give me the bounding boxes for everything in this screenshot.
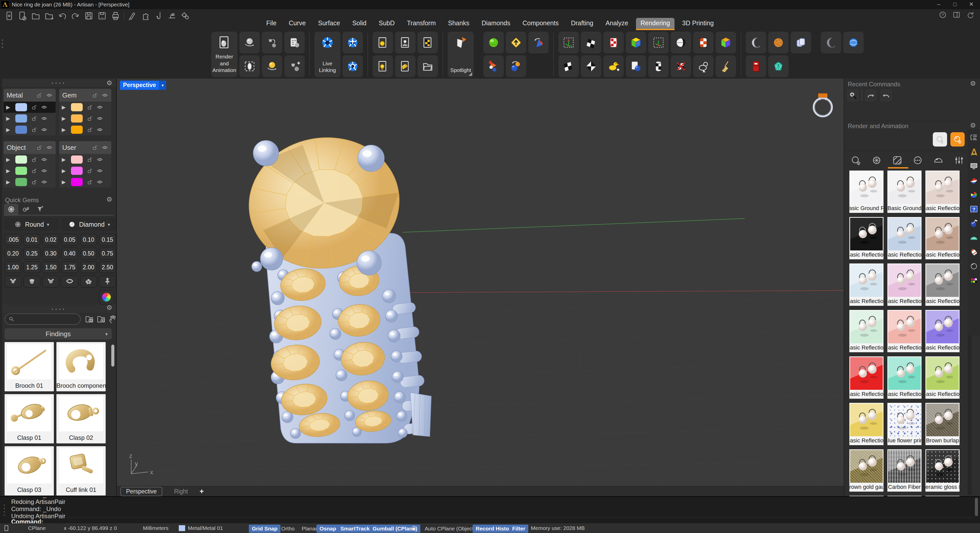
- display-icon[interactable]: [969, 161, 979, 171]
- axes-select-icon[interactable]: [558, 32, 579, 53]
- help-circle-icon[interactable]: ?: [938, 10, 947, 19]
- fridge-red-icon[interactable]: [746, 56, 766, 77]
- gem-size-button[interactable]: 0.15: [99, 234, 116, 245]
- lock-icon[interactable]: [30, 115, 37, 122]
- ring-model-canvas[interactable]: z y x: [117, 79, 844, 496]
- file-light-icon[interactable]: [372, 56, 393, 77]
- layer-color-swatch[interactable]: [71, 126, 83, 134]
- gem-size-button[interactable]: 0.75: [99, 248, 116, 259]
- gem-size-button[interactable]: 2.00: [80, 261, 97, 273]
- findings-section-header[interactable]: Findings ▾: [5, 328, 112, 339]
- menu-transform[interactable]: Transform: [402, 18, 441, 30]
- layer-color-swatch[interactable]: [15, 178, 27, 186]
- material-card[interactable]: Basic Reflection: [887, 356, 921, 399]
- lock-icon[interactable]: [86, 156, 93, 163]
- status-toggle-osnap[interactable]: Osnap: [317, 525, 339, 533]
- head-cluster-icon[interactable]: [80, 276, 97, 288]
- eye-icon[interactable]: [97, 104, 103, 111]
- layer-color-swatch[interactable]: [15, 115, 27, 123]
- lock-icon[interactable]: [30, 126, 37, 133]
- menu-rendering[interactable]: Rendering: [636, 18, 675, 30]
- material-tab-settings-icon[interactable]: [952, 154, 966, 167]
- eye-icon[interactable]: [97, 115, 103, 122]
- eye-icon[interactable]: [97, 156, 103, 163]
- panel-grip[interactable]: ••••: [52, 307, 66, 312]
- minimize-button[interactable]: –: [932, 0, 946, 9]
- file-gold-icon[interactable]: [395, 56, 415, 77]
- menu-3d-printing[interactable]: 3D Printing: [678, 18, 718, 30]
- ribbon-grip[interactable]: •••: [2, 38, 3, 49]
- material-card[interactable]: Carbon Fiber: [887, 449, 921, 492]
- file-texture-icon[interactable]: [417, 32, 438, 53]
- material-card[interactable]: Basic Reflection: [925, 217, 959, 259]
- chevron-down-icon[interactable]: ▾: [159, 81, 166, 90]
- lock-icon[interactable]: [36, 92, 42, 99]
- gem-material-dropdown[interactable]: Diamond ▾: [62, 218, 116, 230]
- gem-size-button[interactable]: 1.00: [5, 261, 21, 273]
- sphere-blue-icon[interactable]: [843, 32, 864, 53]
- lock-icon[interactable]: [30, 104, 37, 111]
- play-icon[interactable]: ▶: [62, 115, 67, 121]
- checker-plane-icon[interactable]: [558, 56, 579, 77]
- moon-silver-icon[interactable]: [746, 32, 766, 53]
- tab-right[interactable]: Right: [169, 487, 193, 496]
- layer-color-swatch[interactable]: [71, 103, 83, 111]
- material-card[interactable]: Blue flower print: [887, 403, 921, 445]
- gem-size-button[interactable]: 0.10: [80, 234, 97, 245]
- paint-tube-icon[interactable]: [969, 247, 979, 257]
- play-icon[interactable]: ▶: [6, 115, 12, 121]
- gem-size-button[interactable]: 2.50: [99, 261, 116, 273]
- help-icon[interactable]: ?: [969, 204, 979, 214]
- render-button[interactable]: [950, 132, 965, 146]
- checker-gem-icon[interactable]: [581, 56, 601, 77]
- eye-icon[interactable]: [46, 144, 52, 151]
- material-card[interactable]: Brown burlap: [925, 403, 959, 445]
- checker-cylinder-icon[interactable]: [648, 56, 669, 77]
- play-icon[interactable]: ▶: [62, 127, 67, 133]
- panel-red-icon[interactable]: [693, 32, 714, 53]
- layer-color-swatch[interactable]: [15, 126, 27, 134]
- layer-row[interactable]: ▶: [59, 124, 111, 135]
- gear-icon[interactable]: ⚙: [107, 196, 112, 203]
- eye-icon[interactable]: [102, 92, 108, 99]
- layer-row[interactable]: ▶: [3, 102, 56, 113]
- env-dome-icon[interactable]: [969, 232, 979, 243]
- head-bezel-icon[interactable]: [24, 276, 40, 288]
- checker-flag-icon[interactable]: [581, 32, 601, 53]
- balloon-rotate-icon[interactable]: [239, 32, 260, 53]
- gem-size-button[interactable]: 0.01: [24, 234, 40, 245]
- layer-row[interactable]: ▶: [59, 154, 111, 165]
- material-card[interactable]: Basic Reflection: [850, 310, 883, 352]
- play-icon[interactable]: ▶: [62, 168, 67, 174]
- play-icon[interactable]: ▶: [62, 156, 67, 162]
- menu-drafting[interactable]: Drafting: [566, 18, 598, 30]
- eye-icon[interactable]: [41, 167, 48, 174]
- lock-icon[interactable]: [86, 115, 93, 122]
- texture-red-icon[interactable]: [603, 32, 624, 53]
- material-card[interactable]: Basic Reflection: [850, 403, 883, 445]
- panels-icon[interactable]: [952, 10, 961, 19]
- ball-orange-icon[interactable]: [768, 32, 789, 53]
- lock-icon[interactable]: [91, 144, 98, 151]
- redo2-icon[interactable]: [864, 89, 877, 102]
- gem-size-button[interactable]: 1.25: [24, 261, 40, 273]
- scene-tree-icon[interactable]: [969, 132, 979, 143]
- layer-color-swatch[interactable]: [15, 167, 27, 175]
- gem-size-button[interactable]: 0.25: [24, 248, 40, 259]
- eye-icon[interactable]: [41, 104, 48, 111]
- aperture-up-icon[interactable]: [342, 32, 363, 53]
- sign-arrow-icon[interactable]: [506, 32, 526, 53]
- quick-gems-tab-gem-axis-icon[interactable]: [18, 204, 33, 215]
- viewport-title-chip[interactable]: Perspective ▾: [120, 81, 166, 90]
- menu-curve[interactable]: Curve: [284, 18, 310, 30]
- layer-row[interactable]: ▶: [3, 177, 56, 188]
- file-render-icon[interactable]: [395, 32, 415, 53]
- add-viewport-button[interactable]: +: [200, 487, 204, 495]
- wrench-search-icon[interactable]: [846, 89, 859, 102]
- head-prong-icon[interactable]: [5, 276, 21, 288]
- play-icon[interactable]: ▶: [6, 104, 12, 110]
- library-item-brooch-01[interactable]: Brooch 01: [5, 342, 54, 391]
- checker-remove-icon[interactable]: [671, 56, 691, 77]
- render-and-animation-button[interactable]: Render and Animation: [211, 32, 237, 77]
- material-card[interactable]: Basic Reflection: [850, 217, 883, 259]
